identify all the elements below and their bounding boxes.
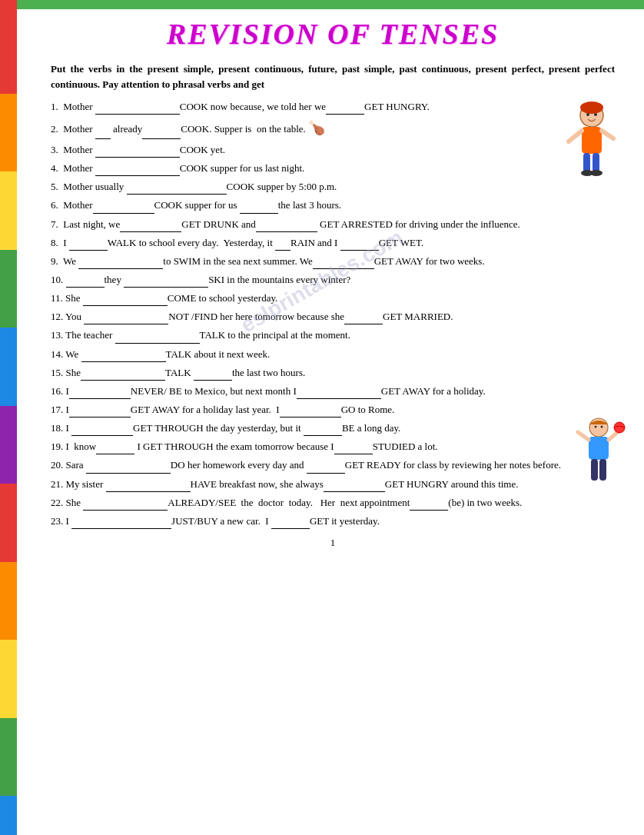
blank[interactable]: [271, 518, 310, 529]
blank[interactable]: [69, 407, 131, 418]
list-item: 18. I GET THROUGH the day yesterday, but…: [51, 421, 615, 436]
blank[interactable]: [95, 165, 180, 176]
list-item: 21. My sister HAVE breakfast now, she al…: [51, 477, 615, 492]
blank[interactable]: [326, 104, 364, 115]
list-item: 15. SheTALK the last two hours.: [51, 365, 615, 381]
page: eslprintables.com REVISION OF TENSES Put…: [0, 0, 644, 835]
blank[interactable]: [142, 128, 181, 139]
blank[interactable]: [81, 351, 166, 362]
blank[interactable]: [340, 240, 379, 251]
blank[interactable]: [69, 388, 131, 399]
blank[interactable]: [106, 481, 191, 492]
page-title: REVISION OF TENSES: [167, 18, 499, 50]
blank[interactable]: [124, 277, 208, 288]
list-item: 7. Last night, weGET DRUNK and GET ARRES…: [51, 217, 615, 232]
list-item: 1. Mother COOK now because, we told her …: [51, 99, 615, 115]
blank[interactable]: [96, 444, 134, 454]
blank[interactable]: [69, 240, 108, 251]
blank[interactable]: [120, 221, 181, 232]
blank[interactable]: [71, 425, 133, 436]
blank[interactable]: [66, 277, 105, 288]
blank[interactable]: [304, 425, 342, 436]
svg-point-17: [614, 422, 625, 433]
list-item: 2. Mother alreadyCOOK. Supper is on the …: [51, 118, 615, 139]
blank[interactable]: [93, 203, 154, 214]
blank[interactable]: [81, 370, 165, 381]
blank[interactable]: [83, 500, 168, 511]
blank[interactable]: [95, 128, 111, 139]
blank[interactable]: [344, 314, 383, 324]
blank[interactable]: [410, 500, 448, 511]
list-item: 19. I know I GET THROUGH the exam tomorr…: [51, 439, 615, 454]
list-item: 10. they SKI in the mountains every wint…: [51, 272, 615, 288]
blank[interactable]: [324, 481, 385, 492]
list-item: 16. INEVER/ BE to Mexico, but next month…: [51, 384, 615, 399]
list-item: 11. She COME to school yesterday.: [51, 291, 615, 306]
instruction: Put the verbs in the present simple, pre…: [51, 62, 615, 91]
list-item: 9. We to SWIM in the sea next summer. We…: [51, 254, 615, 269]
list-item: 5. Mother usually COOK supper by 5:00 p.…: [51, 179, 615, 195]
title-area: REVISION OF TENSES: [22, 9, 644, 55]
blank[interactable]: [84, 314, 168, 324]
list-item: 6. MotherCOOK supper for us the last 3 h…: [51, 198, 615, 213]
page-number: 1: [22, 537, 644, 555]
blank[interactable]: [280, 407, 341, 418]
list-item: 22. She ALREADY/SEE the doctor today. He…: [51, 495, 615, 511]
blank[interactable]: [313, 258, 374, 269]
blank[interactable]: [95, 104, 180, 115]
blank[interactable]: [307, 463, 345, 474]
blank[interactable]: [86, 463, 171, 474]
blank[interactable]: [194, 370, 232, 381]
list-item: 17. IGET AWAY for a holiday last year. I…: [51, 402, 615, 418]
blank[interactable]: [71, 518, 171, 529]
list-item: 14. We TALK about it next week.: [51, 347, 615, 362]
top-bar: [0, 0, 644, 9]
blank[interactable]: [127, 184, 227, 195]
blank[interactable]: [297, 388, 381, 399]
blank[interactable]: [256, 221, 317, 232]
list-item: 3. Mother COOK yet.: [51, 142, 615, 158]
list-item: 23. I JUST/BUY a new car. I GET it yeste…: [51, 514, 615, 529]
list-item: 20. Sara DO her homework every day and G…: [51, 457, 615, 473]
food-icon: 🍗: [308, 120, 325, 135]
blank[interactable]: [334, 444, 373, 454]
content-area: REVISION OF TENSES Put the verbs in the …: [0, 9, 644, 555]
list-item: 8. I WALK to school every day. Yesterday…: [51, 235, 615, 251]
list-item: 12. You NOT /FIND her here tomorrow beca…: [51, 309, 615, 324]
blank[interactable]: [240, 203, 278, 214]
list-item: 4. Mother COOK supper for us last night.: [51, 161, 615, 176]
exercise-list: 1. Mother COOK now because, we told her …: [51, 99, 615, 529]
blank[interactable]: [78, 258, 163, 269]
blank[interactable]: [95, 147, 180, 158]
blank[interactable]: [275, 240, 290, 251]
blank[interactable]: [83, 295, 168, 306]
list-item: 13. The teacher TALK to the principal at…: [51, 328, 615, 343]
blank[interactable]: [115, 333, 200, 344]
